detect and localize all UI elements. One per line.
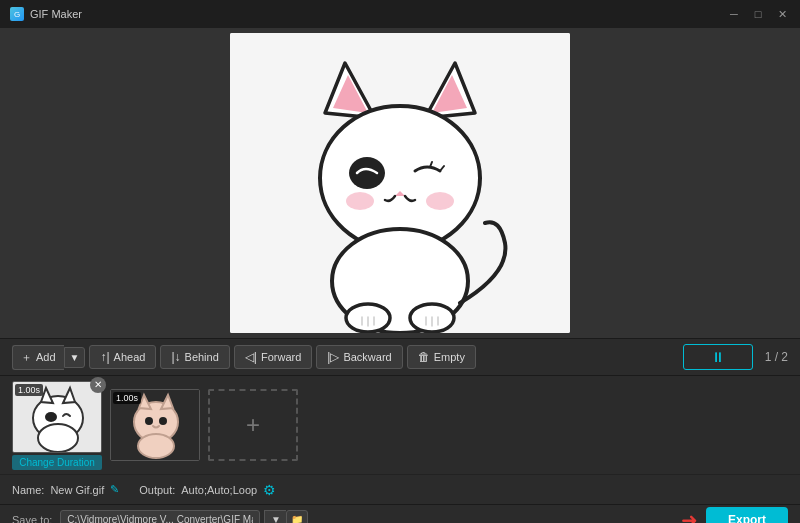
pause-button[interactable]: ⏸ [683,344,753,370]
save-bar: Save to: ▼ 📁 ➜ Export [0,504,800,523]
svg-point-34 [159,417,167,425]
output-label: Output: [139,484,175,496]
svg-point-35 [138,434,174,458]
behind-icon: |↓ [171,350,180,364]
svg-point-11 [349,157,385,189]
pause-icon: ⏸ [711,349,725,365]
backward-button[interactable]: |▷ Backward [316,345,402,369]
ahead-icon: ↑| [100,350,109,364]
plus-icon: ＋ [21,350,32,365]
forward-icon: ◁| [245,350,257,364]
name-value: New Gif.gif [50,484,104,496]
page-indicator: 1 / 2 [765,350,788,364]
empty-button[interactable]: 🗑 Empty [407,345,476,369]
backward-icon: |▷ [327,350,339,364]
frame-thumb[interactable]: 1.00s [12,381,102,453]
frame-item: 1.00s [110,389,200,461]
add-button-group: ＋ Add ▼ [12,345,85,370]
arrow-icon: ➜ [681,508,698,524]
name-info: Name: New Gif.gif ✎ [12,483,119,496]
export-area: ➜ Export [316,507,788,524]
settings-icon[interactable]: ⚙ [263,482,276,498]
app-title: GIF Maker [30,8,82,20]
frame-duration: 1.00s [15,384,43,396]
toolbar: ＋ Add ▼ ↑| Ahead |↓ Behind ◁| Forward |▷… [0,338,800,376]
output-info: Output: Auto;Auto;Loop ⚙ [139,482,276,498]
minimize-button[interactable]: ─ [726,6,742,22]
svg-point-33 [145,417,153,425]
frame-thumb[interactable]: 1.00s [110,389,200,461]
path-dropdown-button[interactable]: ▼ [264,510,286,524]
title-controls: ─ □ ✕ [726,6,790,22]
close-button[interactable]: ✕ [774,6,790,22]
save-path-container: ▼ 📁 [60,510,308,524]
svg-point-14 [426,192,454,210]
path-dropdown-group: ▼ 📁 [264,510,308,524]
output-value: Auto;Auto;Loop [181,484,257,496]
cat-illustration [230,33,570,333]
add-button[interactable]: ＋ Add [12,345,64,370]
svg-point-27 [45,412,57,422]
frame-item: 1.00s ✕ Change Duration [12,381,102,470]
maximize-button[interactable]: □ [750,6,766,22]
add-dropdown-button[interactable]: ▼ [64,347,86,368]
name-label: Name: [12,484,44,496]
svg-point-13 [346,192,374,210]
export-button[interactable]: Export [706,507,788,524]
frame-label[interactable]: Change Duration [12,455,102,470]
forward-button[interactable]: ◁| Forward [234,345,312,369]
edit-icon[interactable]: ✎ [110,483,119,496]
svg-point-28 [38,424,78,452]
path-folder-button[interactable]: 📁 [286,510,308,524]
app-icon: G [10,7,24,21]
preview-area [0,28,800,338]
frame-close-button[interactable]: ✕ [90,377,106,393]
behind-button[interactable]: |↓ Behind [160,345,229,369]
trash-icon: 🗑 [418,350,430,364]
info-bar: Name: New Gif.gif ✎ Output: Auto;Auto;Lo… [0,474,800,504]
save-path-input[interactable] [60,510,260,524]
preview-image [230,33,570,333]
frames-area: 1.00s ✕ Change Duration 1.00s [0,376,800,474]
title-bar-left: G GIF Maker [10,7,82,21]
frame-duration: 1.00s [113,392,141,404]
ahead-button[interactable]: ↑| Ahead [89,345,156,369]
save-label: Save to: [12,514,52,524]
title-bar: G GIF Maker ─ □ ✕ [0,0,800,28]
add-frame-button[interactable]: + [208,389,298,461]
